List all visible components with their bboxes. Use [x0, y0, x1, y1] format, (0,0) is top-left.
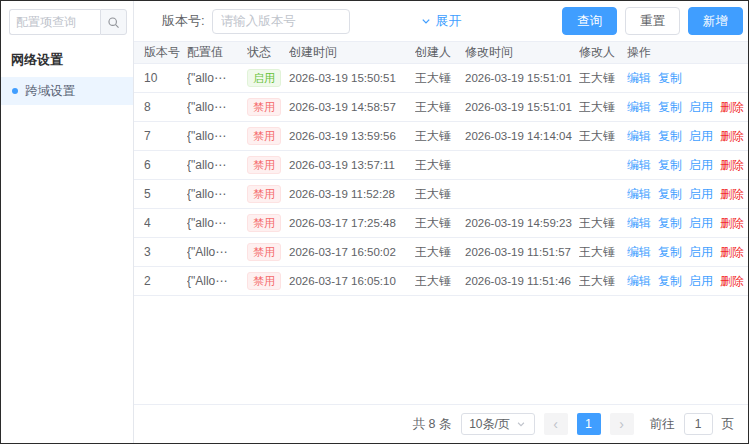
chevron-down-icon [516, 419, 526, 429]
action-enable-link[interactable]: 启用 [689, 273, 713, 290]
action-edit-link[interactable]: 编辑 [627, 273, 651, 290]
page-size-select[interactable]: 10条/页 [461, 413, 535, 435]
cell-config: {"allo⋯ [187, 129, 247, 143]
chevron-right-icon: › [619, 416, 624, 432]
action-copy-link[interactable]: 复制 [658, 273, 682, 290]
action-edit-link[interactable]: 编辑 [627, 244, 651, 261]
col-modified: 修改时间 [465, 44, 579, 61]
col-status: 状态 [247, 44, 289, 61]
col-created: 创建时间 [289, 44, 415, 61]
table-row: 3{"Allo⋯禁用2026-03-17 16:50:02王大锤2026-03-… [134, 238, 748, 267]
action-delete-link[interactable]: 删除 [720, 273, 744, 290]
cell-modified: 2026-03-19 14:59:23 [465, 217, 579, 229]
table-row: 8{"allo⋯禁用2026-03-19 14:58:57王大锤2026-03-… [134, 93, 748, 122]
action-enable-link[interactable]: 启用 [689, 215, 713, 232]
config-search-group [9, 9, 127, 35]
sidebar-group-title: 网络设置 [1, 35, 133, 77]
goto-page-input[interactable] [684, 413, 713, 435]
main-panel: 版本号: 展开 查询 重置 新增 版本号 配置值 状态 [134, 1, 748, 443]
action-delete-link[interactable]: 删除 [720, 215, 744, 232]
cell-created: 2026-03-19 13:57:11 [289, 159, 415, 171]
search-icon [107, 16, 120, 29]
col-modifier: 修改人 [579, 44, 627, 61]
cell-status: 禁用 [247, 185, 289, 203]
action-edit-link[interactable]: 编辑 [627, 70, 651, 87]
status-badge: 禁用 [247, 127, 281, 145]
action-delete-link[interactable]: 删除 [720, 186, 744, 203]
cell-actions: 编辑复制启用删除 [627, 157, 748, 174]
cell-version: 7 [144, 129, 187, 143]
action-edit-link[interactable]: 编辑 [627, 128, 651, 145]
add-button[interactable]: 新增 [688, 7, 743, 35]
cell-status: 禁用 [247, 98, 289, 116]
action-enable-link[interactable]: 启用 [689, 244, 713, 261]
cell-actions: 编辑复制启用删除 [627, 186, 748, 203]
action-enable-link[interactable]: 启用 [689, 157, 713, 174]
config-search-input[interactable] [9, 9, 100, 35]
cell-created: 2026-03-17 16:05:10 [289, 275, 415, 287]
total-count: 共 8 条 [413, 416, 452, 433]
cell-version: 5 [144, 187, 187, 201]
version-label: 版本号: [162, 12, 205, 30]
goto-label: 前往 [650, 416, 675, 433]
cell-config: {"allo⋯ [187, 158, 247, 172]
versions-table: 版本号 配置值 状态 创建时间 创建人 修改时间 修改人 操作 10{"allo… [134, 41, 748, 296]
table-body: 10{"allo⋯启用2026-03-19 15:50:51王大锤2026-03… [134, 64, 748, 296]
action-edit-link[interactable]: 编辑 [627, 186, 651, 203]
page-1-button[interactable]: 1 [577, 413, 601, 435]
cell-version: 3 [144, 245, 187, 259]
action-copy-link[interactable]: 复制 [658, 99, 682, 116]
action-delete-link[interactable]: 删除 [720, 128, 744, 145]
cell-actions: 编辑复制启用删除 [627, 99, 748, 116]
cell-creator: 王大锤 [415, 157, 465, 174]
action-enable-link[interactable]: 启用 [689, 128, 713, 145]
cell-modifier: 王大锤 [579, 273, 627, 290]
action-edit-link[interactable]: 编辑 [627, 215, 651, 232]
query-button[interactable]: 查询 [562, 7, 617, 35]
sidebar: 网络设置 跨域设置 [1, 1, 134, 443]
cell-modifier: 王大锤 [579, 215, 627, 232]
prev-page-button[interactable]: ‹ [544, 413, 568, 435]
next-page-button[interactable]: › [610, 413, 634, 435]
action-delete-link[interactable]: 删除 [720, 157, 744, 174]
cell-created: 2026-03-19 13:59:56 [289, 130, 415, 142]
status-badge: 禁用 [247, 214, 281, 232]
cell-modified: 2026-03-19 14:14:04 [465, 130, 579, 142]
app-window: 网络设置 跨域设置 版本号: 展开 查询 重置 新增 [0, 0, 749, 444]
action-copy-link[interactable]: 复制 [658, 70, 682, 87]
status-badge: 禁用 [247, 156, 281, 174]
cell-creator: 王大锤 [415, 244, 465, 261]
cell-status: 禁用 [247, 127, 289, 145]
cell-config: {"Allo⋯ [187, 274, 247, 288]
cell-status: 禁用 [247, 214, 289, 232]
action-delete-link[interactable]: 删除 [720, 244, 744, 261]
action-copy-link[interactable]: 复制 [658, 244, 682, 261]
cell-created: 2026-03-19 11:52:28 [289, 188, 415, 200]
action-delete-link[interactable]: 删除 [720, 99, 744, 116]
expand-toggle[interactable]: 展开 [421, 12, 462, 30]
col-creator: 创建人 [415, 44, 465, 61]
cell-modifier: 王大锤 [579, 70, 627, 87]
cell-actions: 编辑复制启用删除 [627, 273, 748, 290]
cell-status: 禁用 [247, 243, 289, 261]
search-button[interactable] [100, 9, 127, 35]
action-edit-link[interactable]: 编辑 [627, 157, 651, 174]
table-row: 2{"Allo⋯禁用2026-03-17 16:05:10王大锤2026-03-… [134, 267, 748, 296]
action-copy-link[interactable]: 复制 [658, 215, 682, 232]
version-input[interactable] [212, 9, 350, 34]
action-copy-link[interactable]: 复制 [658, 128, 682, 145]
action-edit-link[interactable]: 编辑 [627, 99, 651, 116]
action-enable-link[interactable]: 启用 [689, 186, 713, 203]
sidebar-item-cross-domain[interactable]: 跨域设置 [1, 77, 133, 105]
cell-creator: 王大锤 [415, 128, 465, 145]
filter-buttons: 查询 重置 新增 [562, 7, 743, 35]
cell-created: 2026-03-19 15:50:51 [289, 72, 415, 84]
cell-creator: 王大锤 [415, 70, 465, 87]
action-copy-link[interactable]: 复制 [658, 157, 682, 174]
status-badge: 禁用 [247, 98, 281, 116]
cell-creator: 王大锤 [415, 215, 465, 232]
action-copy-link[interactable]: 复制 [658, 186, 682, 203]
action-enable-link[interactable]: 启用 [689, 99, 713, 116]
table-row: 7{"allo⋯禁用2026-03-19 13:59:56王大锤2026-03-… [134, 122, 748, 151]
reset-button[interactable]: 重置 [625, 7, 680, 35]
